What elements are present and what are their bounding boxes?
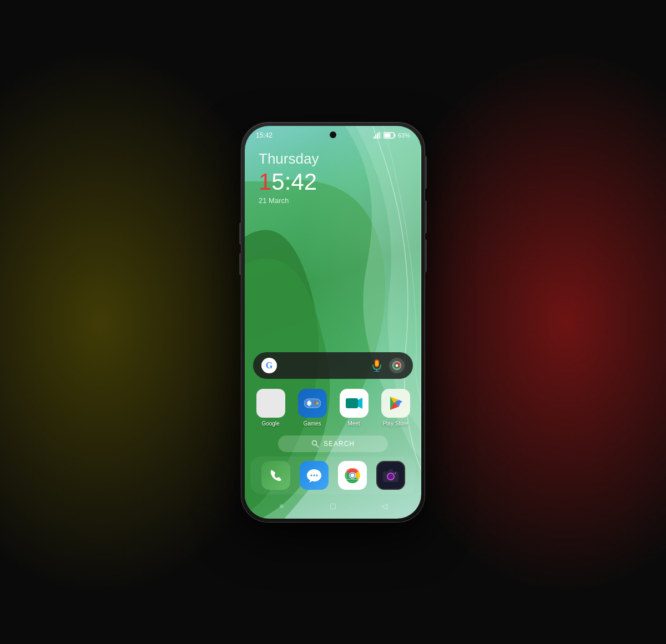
svg-point-34 — [389, 474, 393, 479]
app-icon-google — [256, 389, 285, 418]
battery-icon — [384, 132, 396, 139]
app-label-games: Games — [303, 420, 321, 427]
svg-point-26 — [313, 474, 315, 476]
app-google[interactable]: Google — [253, 389, 288, 427]
time-display: 1 5:42 — [259, 169, 407, 195]
svg-line-24 — [316, 445, 319, 447]
lens-svg — [392, 361, 402, 371]
phone-svg — [268, 468, 284, 483]
phone-screen: 15:42 — [245, 126, 421, 519]
app-grid: Google — [245, 384, 421, 431]
dock-phone[interactable] — [259, 461, 292, 490]
time-digit-red: 1 — [259, 169, 271, 195]
svg-point-25 — [310, 474, 312, 476]
app-playstore[interactable]: Play Store — [378, 389, 413, 427]
svg-point-17 — [314, 401, 316, 403]
svg-point-31 — [350, 473, 354, 477]
search-dock-label: SEARCH — [324, 440, 355, 448]
google-lens-icon[interactable] — [389, 358, 405, 373]
google-search-bar[interactable]: G — [253, 352, 413, 379]
meet-svg — [344, 393, 365, 414]
search-dock-icon — [311, 440, 319, 448]
search-dock[interactable]: SEARCH — [278, 435, 388, 452]
gamepad-svg — [304, 397, 321, 409]
camera-svg — [382, 468, 399, 483]
mic-icon[interactable] — [369, 358, 385, 373]
search-right-icons — [369, 358, 405, 373]
svg-point-35 — [394, 472, 396, 474]
app-icon-playstore — [381, 389, 410, 418]
app-games[interactable]: Games — [295, 389, 330, 427]
camera-notch — [330, 131, 336, 138]
clock-widget: Thursday 1 5:42 21 March — [245, 139, 421, 210]
messages-svg — [306, 468, 322, 483]
svg-rect-3 — [379, 132, 380, 139]
nav-back-button[interactable]: ◁ — [376, 501, 393, 512]
battery-percent: 63% — [398, 132, 410, 139]
dock-chrome[interactable] — [335, 461, 369, 490]
app-label-playstore: Play Store — [382, 420, 408, 427]
svg-rect-21 — [346, 398, 358, 408]
svg-point-20 — [312, 402, 314, 404]
playstore-svg — [387, 394, 405, 412]
app-icon-chrome — [338, 461, 367, 490]
app-icon-phone — [261, 461, 290, 490]
svg-point-13 — [396, 364, 398, 367]
nav-home-button[interactable]: □ — [325, 501, 341, 512]
date-label: 21 March — [259, 196, 407, 205]
app-label-google: Google — [261, 420, 279, 427]
app-icon-camera — [376, 461, 405, 490]
svg-point-27 — [316, 474, 317, 476]
app-icon-games — [298, 389, 327, 418]
svg-marker-22 — [358, 398, 362, 409]
status-time: 15:42 — [256, 131, 273, 139]
status-bar: 15:42 — [245, 126, 421, 139]
app-icon-messages — [300, 461, 329, 490]
phone: 15:42 — [241, 123, 425, 522]
svg-rect-16 — [308, 400, 310, 406]
time-digit-white: 5:42 — [271, 169, 317, 195]
dock-camera[interactable] — [374, 461, 407, 490]
status-icons: 63% — [374, 132, 410, 139]
nav-menu-button[interactable]: ≡ — [273, 501, 290, 512]
day-label: Thursday — [259, 150, 407, 168]
nav-bar: ≡ □ ◁ — [245, 494, 421, 519]
microphone-svg — [371, 359, 382, 372]
svg-point-23 — [312, 440, 316, 445]
google-logo: G — [261, 358, 277, 373]
dock-messages[interactable] — [297, 461, 331, 490]
phone-body: 15:42 — [241, 123, 425, 522]
svg-point-19 — [314, 403, 316, 405]
svg-rect-6 — [394, 134, 395, 136]
chrome-svg — [342, 465, 362, 485]
app-label-meet: Meet — [347, 420, 360, 427]
svg-rect-4 — [380, 132, 381, 139]
svg-rect-1 — [375, 135, 376, 139]
svg-point-18 — [316, 402, 319, 404]
svg-rect-9 — [375, 361, 379, 366]
svg-rect-0 — [374, 136, 375, 139]
signal-icon — [374, 132, 381, 139]
svg-rect-7 — [384, 133, 390, 137]
svg-rect-2 — [377, 133, 378, 139]
app-meet[interactable]: Meet — [336, 389, 371, 427]
bottom-dock — [250, 457, 416, 494]
app-icon-meet — [340, 389, 369, 418]
